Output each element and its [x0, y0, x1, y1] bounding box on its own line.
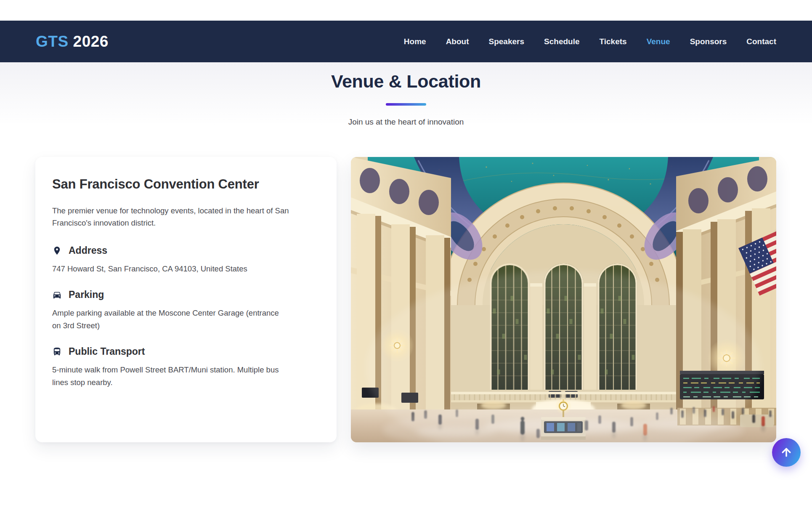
- venue-name: San Francisco Convention Center: [52, 177, 320, 192]
- hero-section: Venue & Location Join us at the heart of…: [0, 62, 812, 127]
- logo-accent: GTS: [36, 33, 69, 50]
- venue-info-card: San Francisco Convention Center The prem…: [35, 157, 337, 442]
- address-text: 747 Howard St, San Francisco, CA 94103, …: [52, 263, 281, 275]
- parking-heading: Parking: [69, 289, 104, 300]
- public-transport-heading: Public Transport: [69, 346, 145, 357]
- car-icon: [52, 290, 62, 300]
- bus-icon: [52, 347, 62, 356]
- venue-photo: [351, 157, 776, 442]
- parking-section: Parking Ample parking available at the M…: [52, 289, 320, 332]
- navbar: GTS2026 Home About Speakers Schedule Tic…: [0, 21, 812, 62]
- nav-item-sponsors[interactable]: Sponsors: [690, 37, 727, 46]
- nav-item-venue[interactable]: Venue: [647, 37, 670, 46]
- public-transport-text: 5-minute walk from Powell Street BART/Mu…: [52, 364, 281, 389]
- address-section: Address 747 Howard St, San Francisco, CA…: [52, 245, 320, 275]
- venue-photo-illustration: [351, 157, 776, 442]
- venue-description: The premier venue for technology events,…: [52, 205, 300, 229]
- page-subtitle: Join us at the heart of innovation: [0, 117, 812, 127]
- address-heading: Address: [69, 245, 107, 256]
- content-row: San Francisco Convention Center The prem…: [0, 157, 812, 442]
- map-pin-icon: [52, 246, 62, 255]
- nav-item-about[interactable]: About: [446, 37, 469, 46]
- site-logo[interactable]: GTS2026: [36, 33, 109, 50]
- scroll-to-top-button[interactable]: [772, 438, 801, 467]
- nav-item-tickets[interactable]: Tickets: [600, 37, 627, 46]
- arrow-up-icon: [780, 446, 793, 459]
- nav-item-schedule[interactable]: Schedule: [544, 37, 579, 46]
- logo-year: 2026: [73, 33, 109, 50]
- top-strip: [0, 0, 812, 21]
- nav-item-home[interactable]: Home: [404, 37, 426, 46]
- nav-item-speakers[interactable]: Speakers: [489, 37, 525, 46]
- parking-text: Ample parking available at the Moscone C…: [52, 307, 281, 332]
- nav-item-contact[interactable]: Contact: [746, 37, 776, 46]
- gradient-divider: [386, 103, 426, 106]
- nav-links: Home About Speakers Schedule Tickets Ven…: [404, 37, 776, 46]
- page-title: Venue & Location: [0, 71, 812, 92]
- public-transport-section: Public Transport 5-minute walk from Powe…: [52, 346, 320, 389]
